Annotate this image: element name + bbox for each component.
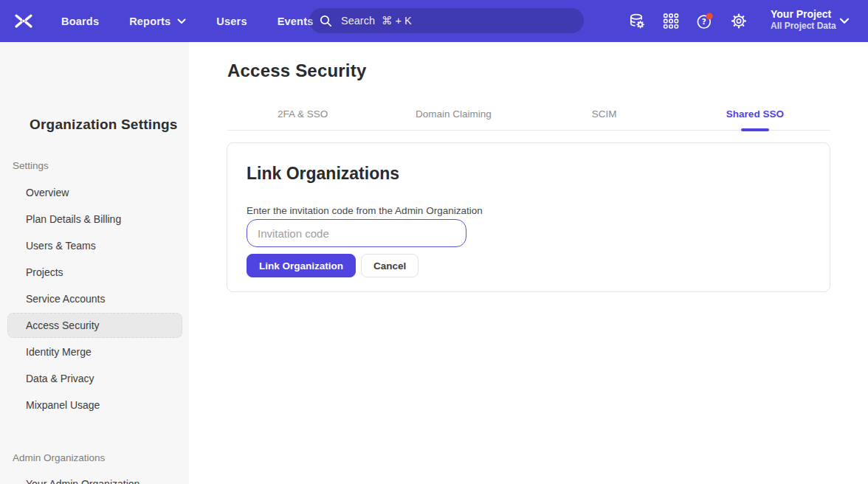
sidebar-item-mixpanel-usage[interactable]: Mixpanel Usage xyxy=(7,393,182,418)
nav-label: Events xyxy=(278,15,314,27)
card-title: Link Organizations xyxy=(247,164,399,184)
tab-label: Shared SSO xyxy=(726,108,784,120)
help-icon[interactable]: ? xyxy=(696,12,714,30)
sidebar-item-users-teams[interactable]: Users & Teams xyxy=(7,233,182,258)
nav-label: Reports xyxy=(129,15,170,27)
sidebar-section-settings: Settings xyxy=(13,160,49,171)
nav-item-users[interactable]: Users xyxy=(216,15,247,27)
nav-item-boards[interactable]: Boards xyxy=(61,15,99,27)
sidebar-item-service-accounts[interactable]: Service Accounts xyxy=(7,286,182,311)
tab-label: SCIM xyxy=(592,108,617,120)
sidebar-item-label: Mixpanel Usage xyxy=(26,399,100,411)
link-organization-button[interactable]: Link Organization xyxy=(247,254,356,277)
project-selector[interactable]: Your Project All Project Data xyxy=(771,7,836,32)
sidebar-item-access-security[interactable]: Access Security xyxy=(7,313,182,338)
sidebar-item-label: Your Admin Organization xyxy=(26,478,140,484)
svg-text:?: ? xyxy=(702,17,706,26)
page-title: Access Security xyxy=(227,60,366,81)
invitation-code-label: Enter the invitation code from the Admin… xyxy=(247,205,483,216)
tab-shared-sso[interactable]: Shared SSO xyxy=(680,97,830,130)
apps-grid-icon[interactable] xyxy=(662,12,680,30)
primary-nav: Boards Reports Users Events xyxy=(61,0,313,42)
sidebar-item-label: Projects xyxy=(26,266,63,278)
tab-label: Domain Claiming xyxy=(416,108,492,120)
sidebar-item-projects[interactable]: Projects xyxy=(7,260,182,285)
search-input[interactable]: Search ⌘ + K xyxy=(309,8,584,33)
notification-dot xyxy=(706,13,713,19)
chevron-down-icon[interactable] xyxy=(839,18,850,24)
sidebar-item-label: Plan Details & Billing xyxy=(26,213,121,225)
mixpanel-logo-icon[interactable] xyxy=(13,10,35,32)
tab-2fa-sso[interactable]: 2FA & SSO xyxy=(227,97,378,130)
access-security-tabs: 2FA & SSO Domain Claiming SCIM Shared SS… xyxy=(227,97,830,131)
invitation-code-input[interactable] xyxy=(247,219,466,247)
project-data-view: All Project Data xyxy=(771,21,836,32)
sidebar-item-overview[interactable]: Overview xyxy=(7,180,182,205)
data-management-icon[interactable] xyxy=(628,12,646,30)
tab-scim[interactable]: SCIM xyxy=(529,97,680,130)
sidebar-title: Organization Settings xyxy=(30,117,178,133)
nav-item-events[interactable]: Events xyxy=(278,15,314,27)
sidebar-items-admin-organizations: Your Admin Organization xyxy=(0,470,189,484)
settings-sidebar: Organization Settings Settings Overview … xyxy=(0,42,189,484)
cancel-button[interactable]: Cancel xyxy=(361,254,418,277)
link-organizations-card: Link Organizations Enter the invitation … xyxy=(227,142,830,292)
tab-label: 2FA & SSO xyxy=(278,108,328,120)
sidebar-section-admin-organizations: Admin Organizations xyxy=(13,452,105,463)
sidebar-item-data-privacy[interactable]: Data & Privacy xyxy=(7,366,182,391)
nav-label: Boards xyxy=(61,15,99,27)
chevron-down-icon xyxy=(177,18,186,24)
app-window: Boards Reports Users Events Search ⌘ + K xyxy=(0,0,868,484)
card-actions: Link Organization Cancel xyxy=(247,254,418,277)
sidebar-item-label: Overview xyxy=(26,187,69,198)
settings-gear-icon[interactable] xyxy=(730,12,748,30)
sidebar-item-identity-merge[interactable]: Identity Merge xyxy=(7,339,182,364)
sidebar-item-your-admin-organization[interactable]: Your Admin Organization xyxy=(7,471,182,484)
top-navigation-bar: Boards Reports Users Events Search ⌘ + K xyxy=(0,0,868,42)
sidebar-items-settings: Overview Plan Details & Billing Users & … xyxy=(0,179,189,419)
project-name: Your Project xyxy=(771,7,836,21)
sidebar-item-label: Identity Merge xyxy=(26,346,92,358)
nav-item-reports[interactable]: Reports xyxy=(129,15,186,27)
search-icon xyxy=(320,15,332,27)
nav-label: Users xyxy=(216,15,247,27)
sidebar-item-plan-details-billing[interactable]: Plan Details & Billing xyxy=(7,207,182,232)
sidebar-item-label: Access Security xyxy=(26,319,100,331)
search-placeholder: Search xyxy=(341,15,375,27)
tab-domain-claiming[interactable]: Domain Claiming xyxy=(378,97,528,130)
sidebar-item-label: Service Accounts xyxy=(26,293,105,305)
sidebar-item-label: Users & Teams xyxy=(26,240,96,252)
sidebar-item-label: Data & Privacy xyxy=(26,373,94,384)
search-shortcut-hint: ⌘ + K xyxy=(382,15,412,27)
topbar-icon-group: ? xyxy=(628,12,748,30)
